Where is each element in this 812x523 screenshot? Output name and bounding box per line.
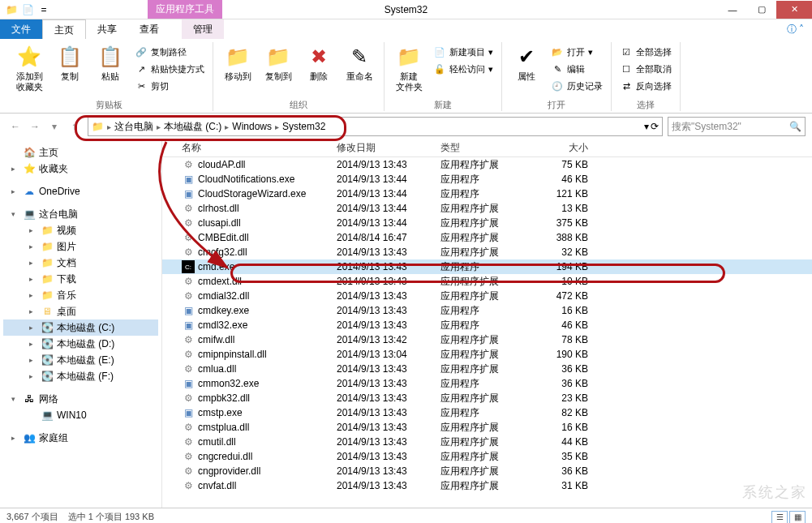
breadcrumb[interactable]: 本地磁盘 (C:) xyxy=(164,120,221,134)
file-type: 应用程序扩展 xyxy=(440,392,530,405)
file-row[interactable]: ⚙cmcfg32.dll2014/9/13 13:43应用程序扩展32 KB xyxy=(162,245,812,259)
search-input[interactable]: 搜索"System32" 🔍 xyxy=(668,117,806,136)
nav-homegroup[interactable]: ▸👥家庭组 xyxy=(3,430,158,446)
tab-share[interactable]: 共享 xyxy=(86,19,128,39)
easy-access-button[interactable]: 🔓轻松访问 ▾ xyxy=(430,61,496,77)
file-name: cmdl32.exe xyxy=(198,319,247,331)
copy-to-button[interactable]: 📁复制到 xyxy=(259,42,298,97)
file-row[interactable]: ▣CloudStorageWizard.exe2014/9/13 13:44应用… xyxy=(162,186,812,201)
breadcrumb[interactable]: 这台电脑 xyxy=(114,120,153,134)
nav-video[interactable]: ▸📁视频 xyxy=(3,222,158,238)
breadcrumb[interactable]: Windows xyxy=(232,121,272,132)
file-row[interactable]: ⚙cmipnpinstall.dll2014/9/13 13:04应用程序扩展1… xyxy=(162,347,812,362)
open-button[interactable]: 📂打开 ▾ xyxy=(548,44,606,60)
file-row[interactable]: ⚙cmpbk32.dll2014/9/13 13:43应用程序扩展23 KB xyxy=(162,391,812,405)
nav-back-button[interactable]: ← xyxy=(6,118,24,135)
rename-button[interactable]: ✎重命名 xyxy=(340,42,379,97)
window-minimize-button[interactable]: — xyxy=(718,1,747,19)
column-header-date[interactable]: 修改日期 xyxy=(337,141,440,155)
nav-favorites[interactable]: ▸⭐收藏夹 xyxy=(3,161,158,177)
file-date: 2014/9/13 13:44 xyxy=(337,174,440,185)
file-row[interactable]: ⚙cmlua.dll2014/9/13 13:43应用程序扩展36 KB xyxy=(162,362,812,376)
file-row[interactable]: ⚙cmdial32.dll2014/9/13 13:43应用程序扩展472 KB xyxy=(162,289,812,303)
cut-button[interactable]: ✂剪切 xyxy=(131,78,208,94)
tab-home[interactable]: 主页 xyxy=(42,19,86,39)
nav-disk-d[interactable]: ▸💽本地磁盘 (D:) xyxy=(3,336,158,352)
file-name: cmdkey.exe xyxy=(198,305,249,316)
invert-selection-button[interactable]: ⇄反向选择 xyxy=(617,78,675,94)
file-row[interactable]: ⚙cngcredui.dll2014/9/13 13:43应用程序扩展35 KB xyxy=(162,449,812,464)
properties-button[interactable]: ✔属性 xyxy=(507,42,546,97)
file-row[interactable]: C:cmd.exe2014/9/13 13:43应用程序194 KB xyxy=(162,259,812,274)
refresh-button[interactable]: ⟳ xyxy=(651,121,659,132)
nav-home[interactable]: 🏠主页 xyxy=(3,144,158,161)
new-item-button[interactable]: 📄新建项目 ▾ xyxy=(430,44,496,60)
nav-network[interactable]: ▾🖧网络 xyxy=(3,391,158,407)
tab-view[interactable]: 查看 xyxy=(128,19,170,39)
file-row[interactable]: ⚙clusapi.dll2014/9/13 13:44应用程序扩展375 KB xyxy=(162,216,812,230)
file-row[interactable]: ▣cmdl32.exe2014/9/13 13:43应用程序46 KB xyxy=(162,318,812,332)
window-maximize-button[interactable]: ▢ xyxy=(747,1,776,19)
nav-recent-dropdown[interactable]: ▾ xyxy=(45,118,63,135)
file-date: 2014/9/13 13:44 xyxy=(337,188,440,199)
add-to-favorites-button[interactable]: ⭐添加到 收藏夹 xyxy=(10,42,49,97)
select-none-button[interactable]: ☐全部取消 xyxy=(617,61,675,77)
file-row[interactable]: ▣CloudNotifications.exe2014/9/13 13:44应用… xyxy=(162,172,812,186)
file-row[interactable]: ⚙cnvfat.dll2014/9/13 13:43应用程序扩展31 KB xyxy=(162,478,812,493)
view-icons-button[interactable]: ▦ xyxy=(789,511,806,524)
navigation-pane[interactable]: 🏠主页 ▸⭐收藏夹 ▸☁OneDrive ▾💻这台电脑 ▸📁视频 ▸📁图片 ▸📁… xyxy=(0,139,162,508)
window-close-button[interactable]: ✕ xyxy=(776,1,812,19)
qat-icon[interactable]: 📁 xyxy=(5,3,18,16)
file-row[interactable]: ⚙clrhost.dll2014/9/13 13:44应用程序扩展13 KB xyxy=(162,201,812,216)
file-row[interactable]: ⚙cmifw.dll2014/9/13 13:42应用程序扩展78 KB xyxy=(162,332,812,347)
nav-music[interactable]: ▸📁音乐 xyxy=(3,287,158,303)
file-date: 2014/9/13 13:44 xyxy=(337,203,440,214)
delete-button[interactable]: ✖删除 xyxy=(299,42,338,97)
nav-thispc[interactable]: ▾💻这台电脑 xyxy=(3,206,158,222)
ribbon-collapse-button[interactable]: ⓘ ˄ xyxy=(779,19,812,39)
contextual-tab-tools[interactable]: 应用程序工具 xyxy=(148,0,222,19)
new-folder-button[interactable]: 📁新建 文件夹 xyxy=(389,42,428,97)
history-button[interactable]: 🕘历史记录 xyxy=(548,78,606,94)
nav-disk-f[interactable]: ▸💽本地磁盘 (F:) xyxy=(3,368,158,384)
qat-icon[interactable]: 📄 xyxy=(21,3,34,16)
column-header-name[interactable]: 名称 xyxy=(162,141,337,155)
file-row[interactable]: ⚙cngprovider.dll2014/9/13 13:43应用程序扩展36 … xyxy=(162,464,812,478)
breadcrumb[interactable]: System32 xyxy=(282,121,325,132)
column-header-size[interactable]: 大小 xyxy=(530,141,603,155)
file-row[interactable]: ⚙cmutil.dll2014/9/13 13:43应用程序扩展44 KB xyxy=(162,435,812,449)
edit-button[interactable]: ✎编辑 xyxy=(548,61,606,77)
paste-button[interactable]: 📋粘贴 xyxy=(91,42,130,97)
file-row[interactable]: ⚙CMBEdit.dll2014/8/14 16:47应用程序扩展388 KB xyxy=(162,230,812,245)
nav-pictures[interactable]: ▸📁图片 xyxy=(3,238,158,255)
copy-path-button[interactable]: 🔗复制路径 xyxy=(131,44,208,60)
nav-disk-e[interactable]: ▸💽本地磁盘 (E:) xyxy=(3,352,158,368)
nav-up-button[interactable]: ↑ xyxy=(65,118,83,135)
tab-file[interactable]: 文件 xyxy=(0,19,42,39)
nav-documents[interactable]: ▸📁文档 xyxy=(3,255,158,271)
move-to-button[interactable]: 📁移动到 xyxy=(218,42,257,97)
nav-forward-button[interactable]: → xyxy=(26,118,44,135)
file-row[interactable]: ▣cmdkey.exe2014/9/13 13:43应用程序16 KB xyxy=(162,303,812,318)
nav-onedrive[interactable]: ▸☁OneDrive xyxy=(3,183,158,199)
copy-button[interactable]: 📋复制 xyxy=(50,42,89,97)
address-bar[interactable]: 📁 ▸ 这台电脑▸ 本地磁盘 (C:)▸ Windows▸ System32 ▾… xyxy=(88,117,663,136)
nav-disk-c[interactable]: ▸💽本地磁盘 (C:) xyxy=(3,319,158,336)
qat-icon[interactable]: = xyxy=(37,3,50,16)
file-row[interactable]: ▣cmmon32.exe2014/9/13 13:43应用程序36 KB xyxy=(162,376,812,391)
nav-downloads[interactable]: ▸📁下载 xyxy=(3,271,158,287)
file-row[interactable]: ⚙cmstplua.dll2014/9/13 13:43应用程序扩展16 KB xyxy=(162,420,812,435)
file-row[interactable]: ▣cmstp.exe2014/9/13 13:43应用程序82 KB xyxy=(162,405,812,420)
paste-shortcut-button[interactable]: ↗粘贴快捷方式 xyxy=(131,61,208,77)
file-row[interactable]: ⚙cmdext.dll2014/9/13 13:43应用程序扩展10 KB xyxy=(162,274,812,289)
column-header-type[interactable]: 类型 xyxy=(440,141,530,155)
file-row[interactable]: ⚙cloudAP.dll2014/9/13 13:43应用程序扩展75 KB xyxy=(162,157,812,172)
nav-desktop[interactable]: ▸🖥桌面 xyxy=(3,303,158,319)
view-details-button[interactable]: ☰ xyxy=(771,511,788,524)
select-all-button[interactable]: ☑全部选择 xyxy=(617,44,675,60)
nav-win10[interactable]: 💻WIN10 xyxy=(3,407,158,423)
file-name: cnvfat.dll xyxy=(198,480,236,491)
file-size: 36 KB xyxy=(530,465,603,477)
address-dropdown-icon[interactable]: ▾ xyxy=(644,121,649,132)
tab-manage[interactable]: 管理 xyxy=(182,19,224,39)
